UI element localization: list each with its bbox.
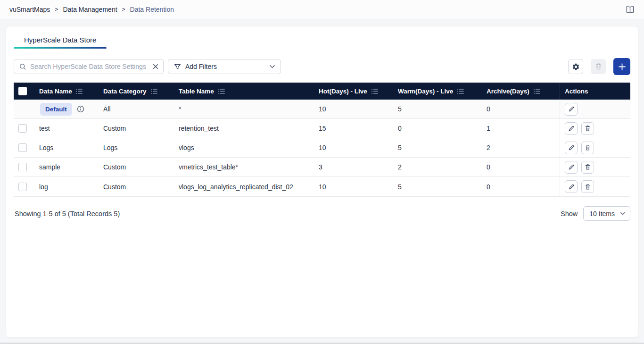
data-category-cell: Custom [103, 125, 179, 132]
delete-row-button[interactable] [581, 180, 594, 193]
gear-icon [572, 63, 580, 71]
column-header-data-name: Data Name [39, 88, 72, 95]
data-category-cell: Logs [103, 144, 179, 151]
table-row: Default All * 10 5 0 [14, 100, 630, 119]
edit-row-button[interactable] [565, 122, 578, 135]
column-header-hot-days: Hot(Days) - Live [319, 88, 367, 95]
row-checkbox[interactable] [18, 124, 27, 133]
settings-button[interactable] [568, 59, 583, 74]
records-summary: Showing 1-5 of 5 (Total Records 5) [14, 210, 120, 218]
book-icon[interactable] [626, 6, 635, 14]
tab-active-underline [14, 47, 107, 49]
column-header-table-name: Table Name [179, 88, 214, 95]
top-bar: vuSmartMaps > Data Management > Data Ret… [0, 0, 644, 19]
edit-icon [568, 125, 575, 132]
warm-days-cell: 5 [398, 105, 487, 113]
row-checkbox[interactable] [18, 143, 27, 152]
column-menu-icon[interactable] [372, 88, 378, 94]
breadcrumb-item-data-management[interactable]: Data Management [63, 6, 117, 13]
row-checkbox[interactable] [18, 163, 27, 171]
trash-icon [585, 125, 591, 132]
bulk-delete-button[interactable] [591, 59, 606, 74]
table-name-cell: vlogs_log_analytics_replicated_dist_02 [179, 183, 319, 191]
search-input[interactable] [30, 63, 149, 70]
add-filters-label: Add Filters [185, 63, 217, 70]
search-box[interactable] [14, 59, 164, 74]
delete-row-button[interactable] [581, 142, 594, 154]
table-name-cell: retention_test [179, 125, 319, 132]
add-button[interactable] [613, 58, 630, 75]
breadcrumb-item-data-retention: Data Retention [130, 6, 174, 13]
delete-row-button[interactable] [581, 122, 594, 135]
data-category-cell: All [103, 105, 179, 113]
column-menu-icon[interactable] [218, 88, 225, 94]
trash-icon [585, 184, 591, 190]
trash-icon [585, 164, 591, 170]
chevron-down-icon [270, 65, 275, 68]
add-filters-dropdown[interactable]: Add Filters [168, 59, 281, 74]
data-retention-table: Data Name Data Category Table Name Hot(D… [14, 83, 630, 197]
trash-icon [585, 144, 591, 151]
tab-hyperscale-data-store[interactable]: HyperScale Data Store [14, 36, 107, 49]
column-menu-icon[interactable] [534, 88, 540, 94]
table-row: test Custom retention_test 15 0 1 [14, 119, 630, 138]
archive-days-cell: 0 [487, 105, 560, 113]
delete-row-button[interactable] [581, 161, 594, 174]
show-label: Show [561, 210, 578, 218]
search-icon [19, 63, 26, 70]
column-menu-icon[interactable] [457, 88, 464, 94]
edit-icon [568, 164, 575, 170]
page-size-control: Show 10 Items [561, 206, 630, 221]
breadcrumb-separator: > [55, 6, 58, 13]
tab-label: HyperScale Data Store [24, 36, 96, 44]
data-category-cell: Custom [103, 163, 179, 171]
tab-bar: HyperScale Data Store [14, 36, 630, 49]
hot-days-cell: 10 [319, 183, 398, 191]
edit-row-button[interactable] [565, 103, 578, 116]
archive-days-cell: 1 [487, 125, 560, 132]
column-header-warm-days: Warm(Days) - Live [398, 88, 453, 95]
trash-icon [595, 63, 602, 70]
warm-days-cell: 5 [398, 183, 487, 191]
breadcrumb-item-vusmartmaps[interactable]: vuSmartMaps [9, 6, 50, 13]
table-name-cell: * [179, 105, 319, 113]
toolbar-actions [568, 58, 630, 75]
edit-row-button[interactable] [565, 142, 578, 154]
table-header: Data Name Data Category Table Name Hot(D… [14, 83, 630, 100]
hot-days-cell: 10 [319, 105, 398, 113]
table-body: Default All * 10 5 0 [14, 100, 630, 196]
edit-icon [568, 106, 575, 112]
column-menu-icon[interactable] [76, 88, 83, 94]
plus-icon [619, 63, 626, 70]
page-size-select[interactable]: 10 Items [583, 206, 630, 221]
clear-search-icon[interactable] [153, 64, 158, 69]
data-name-cell: sample [39, 163, 60, 171]
edit-row-button[interactable] [565, 161, 578, 174]
table-name-cell: vlogs [179, 144, 319, 151]
select-all-checkbox[interactable] [18, 87, 27, 95]
archive-days-cell: 2 [487, 144, 560, 151]
warm-days-cell: 0 [398, 125, 487, 132]
column-menu-icon[interactable] [151, 88, 157, 94]
breadcrumb: vuSmartMaps > Data Management > Data Ret… [9, 6, 174, 13]
data-category-cell: Custom [103, 183, 179, 191]
toolbar: Add Filters [14, 58, 630, 75]
edit-icon [568, 144, 575, 151]
edit-row-button[interactable] [565, 180, 578, 193]
table-row: Logs Logs vlogs 10 5 2 [14, 138, 630, 158]
row-checkbox[interactable] [18, 183, 27, 191]
breadcrumb-separator: > [122, 6, 125, 13]
table-row: sample Custom vmetrics_test_table* 3 2 0 [14, 158, 630, 177]
data-name-cell: test [39, 125, 50, 132]
chevron-down-icon [620, 212, 625, 215]
data-name-cell: Logs [39, 144, 53, 151]
table-row: log Custom vlogs_log_analytics_replicate… [14, 177, 630, 196]
hot-days-cell: 3 [319, 163, 398, 171]
info-icon[interactable] [77, 105, 84, 113]
column-header-archive-days: Archive(Days) [487, 88, 529, 95]
archive-days-cell: 0 [487, 183, 560, 191]
page-size-value: 10 Items [589, 210, 615, 218]
archive-days-cell: 0 [487, 163, 560, 171]
edit-icon [568, 184, 575, 190]
hot-days-cell: 10 [319, 144, 398, 151]
